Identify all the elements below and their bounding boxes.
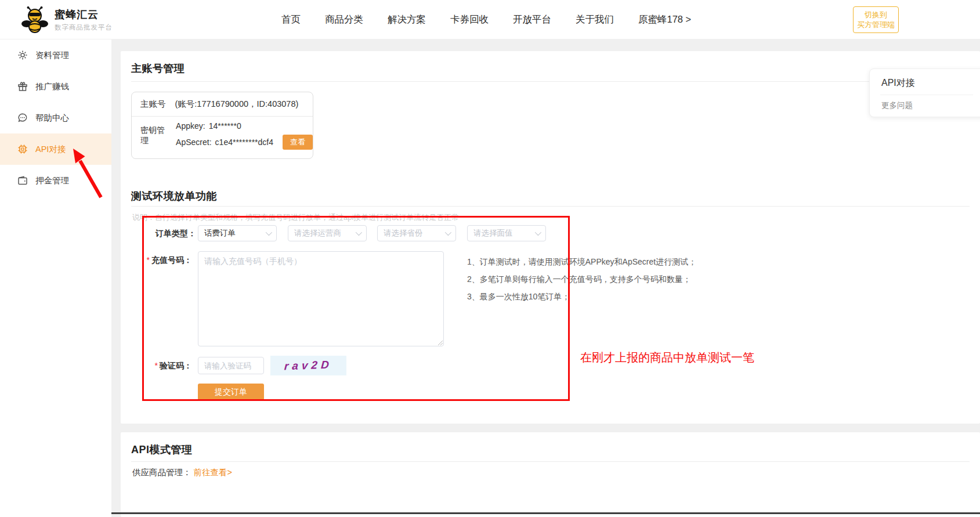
recharge-number-textarea[interactable] — [198, 251, 444, 346]
facevalue-select[interactable]: 请选择面值 — [467, 225, 546, 241]
apsecret-line: ApSecret: c1e4********dcf4 查看 — [176, 135, 313, 150]
account-section-title: 主账号管理 — [131, 62, 185, 75]
sidebar-item-label: API对接 — [35, 144, 66, 155]
sidebar-item-promotion[interactable]: 推广赚钱 — [0, 71, 111, 102]
chat-bubble-icon — [17, 113, 28, 123]
test-section-title: 测试环境放单功能 — [131, 189, 217, 203]
brand-tagline: 数字商品批发平台 — [55, 23, 113, 32]
chevron-down-icon — [445, 229, 451, 236]
apsecret-label: ApSecret: — [176, 138, 211, 147]
divider — [880, 95, 973, 95]
facevalue-placeholder: 请选择面值 — [473, 228, 535, 238]
key-management-label: 密钥管理 — [140, 125, 168, 146]
divider — [131, 206, 970, 207]
account-management-card: 主账号管理 主账号 (账号:17716790000，ID:403078) 密钥管… — [121, 51, 980, 180]
recharge-number-label: *充值号码： — [134, 255, 192, 266]
nav-solutions[interactable]: 解决方案 — [388, 13, 426, 26]
wallet-icon — [17, 175, 28, 186]
divider — [131, 461, 970, 462]
captcha-label: *验证码： — [134, 361, 192, 371]
sidebar: 资料管理 推广赚钱 帮助中心 API对接 — [0, 39, 111, 517]
bottom-window-edge — [111, 512, 980, 514]
bee-logo-icon — [21, 6, 49, 34]
submit-order-button[interactable]: 提交订单 — [198, 384, 264, 400]
note-line-1: 1、订单测试时，请使用测试环境APPkey和ApSecret进行测试； — [467, 253, 696, 270]
sidebar-item-deposit[interactable]: 押金管理 — [0, 165, 111, 196]
chip-icon — [17, 144, 28, 154]
order-type-label-text: 订单类型： — [156, 229, 196, 238]
note-line-3: 3、最多一次性放10笔订单； — [467, 288, 696, 305]
captcha-image[interactable]: rav2D — [270, 356, 346, 375]
account-info-box: 主账号 (账号:17716790000，ID:403078) 密钥管理 Appk… — [131, 92, 313, 159]
api-mode-title: API模式管理 — [131, 443, 193, 457]
brand-logo[interactable]: 蜜蜂汇云 数字商品批发平台 — [21, 6, 113, 34]
order-type-select[interactable]: 话费订单 — [198, 225, 277, 241]
chevron-down-icon — [356, 229, 362, 236]
nav-card-recycle[interactable]: 卡券回收 — [450, 13, 489, 26]
nav-categories[interactable]: 商品分类 — [325, 13, 363, 26]
appkey-label: Appkey: — [176, 121, 205, 131]
appkey-value: 14******0 — [209, 121, 241, 131]
apsecret-value: c1e4********dcf4 — [215, 138, 273, 147]
nav-home[interactable]: 首页 — [281, 13, 301, 26]
switch-line1: 切换到 — [856, 10, 896, 20]
key-lines: Appkey: 14******0 ApSecret: c1e4********… — [176, 121, 313, 150]
supply-management-row: 供应商品管理： 前往查看> — [132, 467, 232, 478]
go-view-link[interactable]: 前往查看> — [194, 468, 232, 477]
operator-placeholder: 请选择运营商 — [294, 228, 356, 238]
sidebar-item-api[interactable]: API对接 — [0, 133, 111, 165]
order-type-label: 订单类型： — [138, 229, 196, 239]
red-annotation-text: 在刚才上报的商品中放单测试一笔 — [580, 350, 754, 366]
note-line-2: 2、多笔订单则每行输入一个充值号码，支持多个号码和数量； — [467, 270, 696, 288]
required-asterisk: * — [155, 361, 158, 370]
brand-text: 蜜蜂汇云 数字商品批发平台 — [55, 8, 113, 32]
view-secret-button[interactable]: 查看 — [283, 135, 313, 150]
account-value: (账号:17716790000，ID:403078) — [175, 99, 299, 110]
recharge-label-text: 充值号码： — [151, 255, 192, 265]
gear-icon — [17, 50, 28, 60]
nav-open-platform[interactable]: 开放平台 — [513, 13, 551, 26]
top-header: 蜜蜂汇云 数字商品批发平台 首页 商品分类 解决方案 卡券回收 开放平台 关于我… — [0, 0, 980, 39]
sidebar-item-help-center[interactable]: 帮助中心 — [0, 102, 111, 133]
province-select[interactable]: 请选择省份 — [377, 225, 456, 241]
sidebar-item-label: 押金管理 — [35, 175, 69, 186]
account-label: 主账号 — [140, 99, 166, 110]
captcha-input[interactable] — [198, 357, 264, 374]
account-row: 主账号 (账号:17716790000，ID:403078) — [132, 92, 313, 117]
captcha-text: rav2D — [284, 359, 333, 373]
chevron-down-icon — [535, 229, 541, 236]
api-help-float-panel: API对接 更多问题 — [869, 68, 980, 117]
appkey-line: Appkey: 14******0 — [176, 121, 313, 131]
sidebar-item-label: 推广赚钱 — [35, 81, 69, 92]
required-asterisk: * — [147, 255, 150, 265]
gift-icon — [17, 81, 28, 92]
api-mode-card: API模式管理 供应商品管理： 前往查看> — [121, 432, 980, 517]
sidebar-item-label: 资料管理 — [35, 50, 69, 61]
sidebar-item-profile[interactable]: 资料管理 — [0, 39, 111, 71]
test-environment-card: 测试环境放单功能 说明：自行选择订单类型和规格，填写充值号码进行放单，通过api… — [121, 179, 980, 424]
nav-legacy-site[interactable]: 原蜜蜂178 > — [638, 13, 691, 26]
chevron-down-icon — [266, 229, 272, 236]
key-management-row: 密钥管理 Appkey: 14******0 ApSecret: c1e4***… — [132, 117, 313, 154]
float-panel-title[interactable]: API对接 — [881, 77, 915, 89]
supply-label: 供应商品管理： — [132, 468, 191, 477]
captcha-label-text: 验证码： — [160, 361, 192, 370]
order-type-value: 话费订单 — [204, 228, 266, 238]
resize-grip-icon[interactable] — [437, 340, 443, 346]
test-description: 说明：自行选择订单类型和规格，填写充值号码进行放单，通过api接单进行测试订单流… — [132, 212, 459, 223]
more-questions-link[interactable]: 更多问题 — [881, 100, 913, 111]
main-nav: 首页 商品分类 解决方案 卡券回收 开放平台 关于我们 原蜜蜂178 > — [281, 0, 691, 39]
page: 蜜蜂汇云 数字商品批发平台 首页 商品分类 解决方案 卡券回收 开放平台 关于我… — [0, 0, 980, 517]
switch-to-buyer-button[interactable]: 切换到 买方管理端 — [853, 6, 899, 33]
divider — [131, 81, 970, 82]
test-notes: 1、订单测试时，请使用测试环境APPkey和ApSecret进行测试； 2、多笔… — [467, 253, 696, 305]
nav-about-us[interactable]: 关于我们 — [576, 13, 614, 26]
province-placeholder: 请选择省份 — [384, 228, 445, 238]
switch-line2: 买方管理端 — [856, 20, 896, 30]
operator-select[interactable]: 请选择运营商 — [288, 225, 367, 241]
sidebar-item-label: 帮助中心 — [35, 113, 69, 124]
brand-name: 蜜蜂汇云 — [55, 8, 113, 21]
